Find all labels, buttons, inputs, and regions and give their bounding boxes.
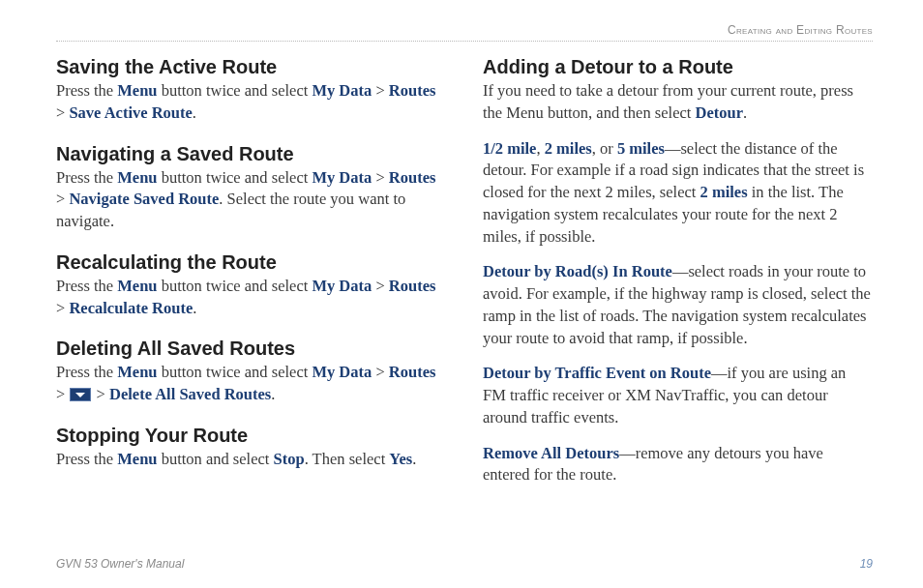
ui-menu: Menu — [117, 450, 157, 468]
page-header: Creating and Editing Routes — [56, 23, 873, 42]
para-stopping-route: Press the Menu button and select Stop. T… — [56, 449, 446, 471]
para-remove-detours: Remove All Detours—remove any detours yo… — [483, 443, 873, 487]
ui-delete-all-saved-routes: Delete All Saved Routes — [109, 385, 271, 403]
ui-menu: Menu — [117, 277, 157, 295]
opt-2-miles: 2 miles — [545, 139, 592, 158]
manual-title: GVN 53 Owner's Manual — [56, 557, 184, 571]
left-column: Saving the Active Route Press the Menu b… — [56, 55, 446, 486]
right-column: Adding a Detour to a Route If you need t… — [483, 55, 873, 486]
heading-recalculating-route: Recalculating the Route — [56, 250, 446, 274]
opt-remove-detours: Remove All Detours — [483, 444, 619, 462]
section-title: Creating and Editing Routes — [728, 23, 873, 37]
ui-routes: Routes — [389, 277, 436, 295]
ui-menu: Menu — [117, 81, 157, 100]
ui-detour: Detour — [696, 103, 743, 122]
page-footer: GVN 53 Owner's Manual 19 — [56, 557, 873, 571]
para-detour-by-traffic: Detour by Traffic Event on Route—if you … — [483, 363, 873, 428]
dropdown-icon — [70, 388, 91, 401]
para-detour-by-road: Detour by Road(s) In Route—select roads … — [483, 261, 873, 349]
ui-navigate-saved-route: Navigate Saved Route — [69, 190, 219, 208]
ui-recalculate-route: Recalculate Route — [69, 299, 193, 317]
heading-saving-active-route: Saving the Active Route — [56, 55, 446, 78]
para-detour-distance: 1/2 mile, 2 miles, or 5 miles—select the… — [483, 138, 873, 249]
ui-yes: Yes — [389, 450, 412, 468]
ui-my-data: My Data — [312, 168, 372, 187]
ui-routes: Routes — [389, 81, 436, 100]
opt-detour-by-traffic: Detour by Traffic Event on Route — [483, 364, 711, 382]
heading-navigating-saved-route: Navigating a Saved Route — [56, 142, 446, 165]
heading-stopping-route: Stopping Your Route — [56, 424, 446, 447]
ui-routes: Routes — [389, 363, 436, 381]
opt-half-mile: 1/2 mile — [483, 139, 536, 158]
ui-stop: Stop — [274, 450, 305, 468]
ui-my-data: My Data — [312, 81, 372, 100]
ui-save-active-route: Save Active Route — [69, 103, 192, 122]
para-saving-active-route: Press the Menu button twice and select M… — [56, 80, 446, 125]
page-number: 19 — [860, 557, 873, 571]
ui-menu: Menu — [117, 168, 157, 187]
opt-5-miles: 5 miles — [617, 139, 665, 158]
content-columns: Saving the Active Route Press the Menu b… — [56, 55, 873, 486]
ui-my-data: My Data — [312, 277, 372, 295]
para-recalculating-route: Press the Menu button twice and select M… — [56, 276, 446, 320]
heading-deleting-saved-routes: Deleting All Saved Routes — [56, 337, 446, 360]
heading-adding-detour: Adding a Detour to a Route — [483, 55, 873, 78]
para-detour-intro: If you need to take a detour from your c… — [483, 80, 873, 125]
opt-detour-by-road: Detour by Road(s) In Route — [483, 262, 672, 280]
ui-routes: Routes — [389, 168, 436, 187]
ui-menu: Menu — [117, 363, 157, 381]
para-deleting-saved-routes: Press the Menu button twice and select M… — [56, 362, 446, 406]
ui-my-data: My Data — [312, 363, 372, 381]
para-navigating-saved-route: Press the Menu button twice and select M… — [56, 167, 446, 233]
opt-2-miles-ex: 2 miles — [700, 183, 748, 201]
